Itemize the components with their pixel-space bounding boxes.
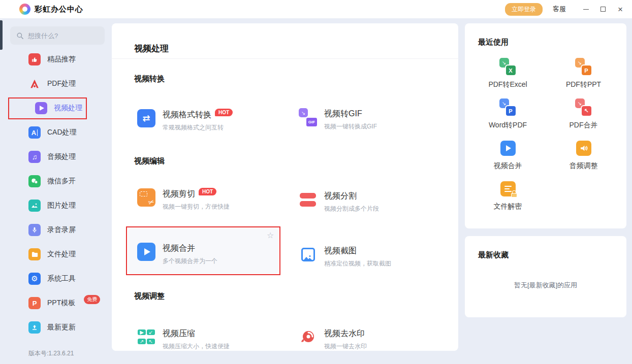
background-window-edge: [0, 20, 3, 50]
tool-video-to-gif[interactable]: ↘GIF 视频转GIF 视频一键转换成GIF: [299, 108, 451, 131]
search-box[interactable]: [10, 26, 105, 45]
update-icon: [28, 321, 41, 334]
minimize-icon: [583, 9, 589, 10]
pdf-to-ppt-icon: ↘P: [575, 58, 593, 76]
maximize-icon: [601, 7, 606, 12]
file-unlock-icon: [499, 180, 517, 198]
video-play-icon: [35, 102, 47, 114]
sidebar-item-image[interactable]: 图片处理: [7, 193, 105, 218]
word-to-pdf-icon: ↘P: [499, 98, 517, 117]
cad-icon: A: [28, 126, 41, 139]
sidebar-item-audio[interactable]: ♫ 音频处理: [7, 145, 105, 169]
divider: [112, 58, 458, 59]
folder-icon: [28, 248, 41, 260]
thumbs-up-icon: [28, 53, 41, 65]
version-label: 版本号:1.23.6.21: [28, 349, 74, 358]
split-bars-icon: [299, 190, 317, 209]
favorite-star-icon[interactable]: ☆: [267, 230, 274, 240]
film-scissors-icon: ✂: [137, 188, 155, 207]
crop-screenshot-icon: [299, 245, 317, 263]
close-icon: ×: [618, 5, 623, 14]
ppt-icon: P: [28, 297, 41, 309]
section-heading-edit: 视频编辑: [134, 156, 165, 166]
tool-video-cut[interactable]: ✂ 视频剪切HOT 视频一键剪切，方便快捷: [137, 188, 290, 211]
tool-video-screenshot[interactable]: 视频截图 精准定位视频，获取截图: [299, 245, 451, 268]
sidebar-item-update[interactable]: 最新更新: [7, 315, 105, 340]
section-heading-adjust: 视频调整: [134, 291, 165, 301]
search-icon: [16, 32, 24, 40]
sidebar-item-video[interactable]: 视频处理: [7, 96, 105, 120]
support-link[interactable]: 客服: [553, 5, 566, 14]
sidebar-item-system[interactable]: ⚙ 系统工具: [7, 267, 105, 291]
search-input[interactable]: [28, 32, 94, 40]
title-bar: 彩虹办公中心 立即登录 客服 ×: [0, 0, 632, 18]
sidebar-item-cad[interactable]: A CAD处理: [7, 120, 105, 145]
sidebar-item-ppt[interactable]: P PPT模板 免费: [7, 291, 105, 315]
sidebar-item-pdf[interactable]: PDF处理: [7, 72, 105, 96]
watermark-remove-icon: [299, 328, 317, 346]
tool-video-compress[interactable]: ▶↙↗↖ 视频压缩 视频压缩大小，快速便捷: [137, 328, 290, 351]
video-merge-icon: [499, 139, 517, 157]
recent-panel: 最近使用 ↘X PDF转Excel ↘P PDF转PPT ↘P Word转PDF…: [465, 23, 626, 228]
sidebar-item-file[interactable]: 文件处理: [7, 242, 105, 267]
favorites-panel: 最新收藏 暂无[最新收藏]的应用: [465, 236, 626, 317]
login-button[interactable]: 立即登录: [505, 3, 543, 16]
microphone-icon: [28, 224, 41, 236]
section-heading-convert: 视频转换: [134, 74, 165, 84]
recent-item-video-merge[interactable]: 视频合并: [470, 138, 546, 179]
app-title: 彩虹办公中心: [35, 5, 83, 14]
close-button[interactable]: ×: [612, 2, 629, 16]
pdf-icon: [28, 78, 41, 90]
main-content: 视频处理 视频转换 ⇄ 视频格式转换HOT 常规视频格式之间互转 ↘GIF 视频…: [112, 23, 458, 351]
recent-item-pdf-merge[interactable]: ↘↖ PDF合并: [546, 97, 621, 138]
tool-video-merge[interactable]: 视频合并 多个视频合并为一个: [137, 243, 290, 266]
compress-icon: ▶↙↗↖: [137, 328, 155, 346]
maximize-button[interactable]: [594, 2, 612, 16]
gear-icon: ⚙: [28, 273, 41, 285]
free-badge: 免费: [84, 295, 100, 304]
speaker-icon: [575, 139, 593, 157]
favorites-panel-title: 最新收藏: [478, 250, 509, 260]
music-note-icon: ♫: [28, 151, 41, 163]
sidebar-item-wechat[interactable]: 微信多开: [7, 169, 105, 193]
tool-video-format-convert[interactable]: ⇄ 视频格式转换HOT 常规视频格式之间互转: [137, 109, 290, 132]
wechat-icon: [28, 175, 41, 187]
sidebar: 精品推荐 PDF处理 视频处理 A CAD处理 ♫ 音频处理 微信多开 图片处理: [7, 22, 105, 364]
app-logo-icon: [19, 4, 30, 15]
tool-watermark-remove[interactable]: 视频去水印 视频一键去水印: [299, 328, 451, 351]
page-title: 视频处理: [134, 43, 169, 54]
recent-item-pdf-to-ppt[interactable]: ↘P PDF转PPT: [546, 57, 621, 97]
pdf-merge-icon: ↘↖: [575, 98, 593, 117]
tool-video-split[interactable]: 视频分割 视频分割成多个片段: [299, 190, 451, 213]
recent-item-word-to-pdf[interactable]: ↘P Word转PDF: [470, 97, 546, 138]
sidebar-item-record[interactable]: 录音录屏: [7, 218, 105, 242]
sidebar-item-featured[interactable]: 精品推荐: [7, 47, 105, 72]
recent-item-pdf-to-excel[interactable]: ↘X PDF转Excel: [470, 57, 546, 97]
gif-icon: ↘GIF: [299, 108, 317, 126]
recent-item-file-decrypt[interactable]: 文件解密: [470, 179, 546, 219]
recent-panel-title: 最近使用: [478, 38, 509, 47]
hot-badge: HOT: [199, 188, 216, 195]
recent-item-audio-adjust[interactable]: 音频调整: [546, 138, 621, 179]
minimize-button[interactable]: [577, 2, 594, 16]
convert-arrows-icon: ⇄: [137, 109, 155, 127]
hot-badge: HOT: [215, 109, 233, 116]
image-icon: [28, 200, 41, 212]
favorites-empty-text: 暂无[最新收藏]的应用: [465, 281, 626, 290]
video-merge-icon: [137, 243, 155, 261]
pdf-to-excel-icon: ↘X: [499, 58, 517, 76]
